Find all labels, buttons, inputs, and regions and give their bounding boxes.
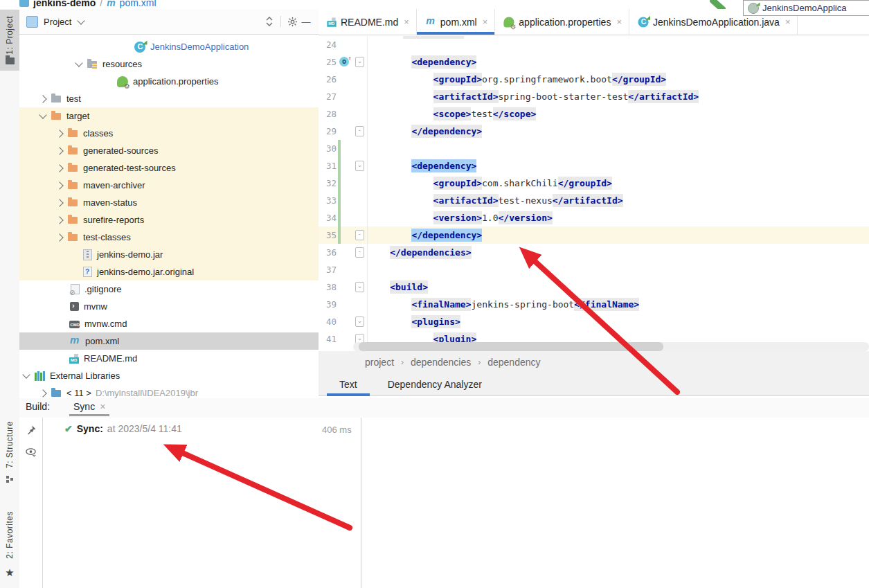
title-project-name: jenkins-demo [33, 0, 96, 8]
tree-item-test-classes[interactable]: test-classes [19, 229, 319, 246]
tree-item-readme-md[interactable]: README.md [19, 350, 319, 367]
tree-item-external-libraries[interactable]: External Libraries [19, 367, 319, 384]
chevron-collapsed-icon[interactable] [39, 95, 46, 103]
editor-tab-readme-md[interactable]: README.md× [319, 9, 417, 35]
code-line-39[interactable]: 39<finalName>jenkins-spring-boot</finalN… [319, 296, 869, 313]
tree-item--gitignore[interactable]: .gitignore [19, 280, 319, 298]
code-line-40[interactable]: 40⌄<plugins> [319, 313, 869, 330]
code-line-35[interactable]: 35‐</dependency> [319, 226, 869, 244]
code-line-33[interactable]: 33<artifactId>test-nexus</artifactId> [319, 192, 869, 209]
project-panel-title[interactable]: Project [44, 17, 71, 27]
fold-start-icon[interactable]: ⌄ [355, 317, 364, 327]
tree-item-jenkins-demo-jar-original[interactable]: jenkins-demo.jar.original [19, 263, 319, 280]
spring-boot-class-icon [638, 17, 648, 27]
line-number: 34 [319, 213, 337, 223]
close-icon[interactable]: × [100, 401, 105, 412]
eye-icon[interactable] [25, 447, 37, 459]
tree-item--11-[interactable]: < 11 >D:\myinstall\IDEA2019\jbr [19, 384, 319, 398]
gear-icon[interactable] [285, 15, 299, 28]
code-line-28[interactable]: 28<scope>test</scope> [319, 105, 869, 123]
code-line-24[interactable]: 24 [319, 36, 869, 53]
fold-end-icon[interactable]: ‐ [355, 230, 364, 240]
code-editor[interactable]: 2425o⌄<dependency>26<groupId>org.springf… [319, 36, 869, 351]
hide-panel-icon[interactable]: — [299, 15, 313, 28]
chevron-expanded-icon[interactable] [39, 111, 46, 118]
code-line-36[interactable]: 36‐</dependencies> [319, 244, 869, 261]
breadcrumb-item-dependencies[interactable]: dependencies [411, 357, 471, 368]
code-line-31[interactable]: 31⌄<dependency> [319, 157, 869, 175]
tree-item-maven-status[interactable]: maven-status [19, 194, 319, 211]
code-line-25[interactable]: 25o⌄<dependency> [319, 53, 869, 71]
tree-item-test[interactable]: test [19, 90, 319, 107]
fold-start-icon[interactable]: ⌄ [355, 282, 364, 292]
tree-item-classes[interactable]: classes [19, 125, 319, 142]
close-icon[interactable]: × [785, 17, 791, 27]
pin-icon[interactable] [26, 425, 37, 438]
line-number: 32 [319, 178, 337, 188]
floating-editor-tab[interactable]: JenkinsDemoApplica [743, 0, 869, 16]
tree-item-target[interactable]: target [19, 107, 319, 125]
chevron-collapsed-icon[interactable] [55, 147, 63, 154]
tree-item-generated-test-sources[interactable]: generated-test-sources [19, 159, 319, 177]
fold-end-icon[interactable]: ‐ [355, 247, 364, 258]
chevron-collapsed-icon[interactable] [55, 164, 63, 172]
editor-tab-application-properties[interactable]: application.properties× [495, 9, 629, 35]
code-token: <version> [433, 211, 482, 224]
code-line-27[interactable]: 27<artifactId>spring-boot-starter-test</… [319, 88, 869, 105]
code-line-26[interactable]: 26<groupId>org.springframework.boot</gro… [319, 71, 869, 88]
code-line-37[interactable]: 37 [319, 261, 869, 278]
tree-item-maven-archiver[interactable]: maven-archiver [19, 177, 319, 194]
breadcrumb-item-dependency[interactable]: dependency [487, 357, 540, 368]
sync-status-row[interactable]: ✔ Sync: at 2023/5/4 11:41 [64, 423, 182, 434]
fold-end-icon[interactable]: ‐ [355, 126, 364, 136]
tree-item-resources[interactable]: resources [19, 55, 319, 73]
code-line-30[interactable]: 30 [319, 140, 869, 157]
bottom-tab-dependency-analyzer[interactable]: Dependency Analyzer [375, 373, 494, 396]
bottom-tab-text[interactable]: Text [327, 373, 370, 396]
code-line-29[interactable]: 29‐</dependency> [319, 123, 869, 140]
breadcrumb-item-project[interactable]: project [365, 357, 394, 368]
code-line-32[interactable]: 32<groupId>com.sharkChili</groupId> [319, 175, 869, 192]
close-icon[interactable]: × [483, 17, 488, 27]
tree-item-generated-sources[interactable]: generated-sources [19, 142, 319, 159]
change-marker [338, 157, 341, 175]
tool-button-project[interactable]: 1: Project [0, 10, 19, 71]
fold-start-icon[interactable]: ⌄ [355, 57, 364, 67]
tree-item-jenkins-demo-jar[interactable]: jenkins-demo.jar [19, 246, 319, 263]
chevron-collapsed-icon[interactable] [55, 216, 63, 224]
close-icon[interactable]: × [404, 17, 409, 27]
horizontal-scrollbar-thumb[interactable] [359, 342, 663, 351]
chevron-collapsed-icon[interactable] [39, 389, 46, 397]
tree-item-application-properties[interactable]: application.properties [19, 73, 319, 90]
chevron-collapsed-icon[interactable] [55, 181, 63, 189]
override-icon[interactable]: o [339, 57, 349, 66]
success-check-icon: ✔ [64, 423, 73, 434]
tree-item-pom-xml[interactable]: pom.xml [19, 332, 319, 350]
chevron-collapsed-icon[interactable] [55, 233, 63, 241]
tool-button-favorites[interactable]: 2: Favorites ★ [0, 511, 19, 579]
chevron-collapsed-icon[interactable] [55, 130, 63, 137]
tree-item-jenkinsdemoapplication[interactable]: JenkinsDemoApplication [19, 38, 319, 55]
tree-item-label: generated-sources [83, 145, 158, 156]
tree-item-surefire-reports[interactable]: surefire-reports [19, 211, 319, 229]
chevron-expanded-icon[interactable] [22, 371, 30, 378]
tree-item-mvnw-cmd[interactable]: mvnw.cmd [19, 315, 319, 332]
tool-button-structure[interactable]: 7: Structure [0, 421, 19, 483]
build-panel-header: Build: Sync × [19, 398, 869, 418]
code-line-34[interactable]: 34<version>1.0</version> [319, 209, 869, 226]
tool-button-project-label: 1: Project [5, 16, 15, 55]
chevron-down-icon[interactable] [78, 17, 85, 24]
collapse-all-icon[interactable] [262, 15, 276, 28]
jar-archive-icon [83, 249, 92, 260]
code-token: <artifactId> [433, 194, 499, 207]
tree-item-mvnw[interactable]: mvnw [19, 298, 319, 315]
code-line-38[interactable]: 38⌄<build> [319, 278, 869, 296]
build-tab-sync[interactable]: Sync × [69, 401, 109, 416]
editor-tab-pom-xml[interactable]: pom.xml× [417, 9, 496, 35]
chevron-expanded-icon[interactable] [75, 59, 82, 66]
build-split-divider[interactable] [361, 418, 361, 588]
close-icon[interactable]: × [616, 17, 622, 27]
chevron-collapsed-icon[interactable] [55, 199, 63, 206]
build-label: Build: [26, 401, 50, 412]
fold-start-icon[interactable]: ⌄ [355, 161, 364, 171]
